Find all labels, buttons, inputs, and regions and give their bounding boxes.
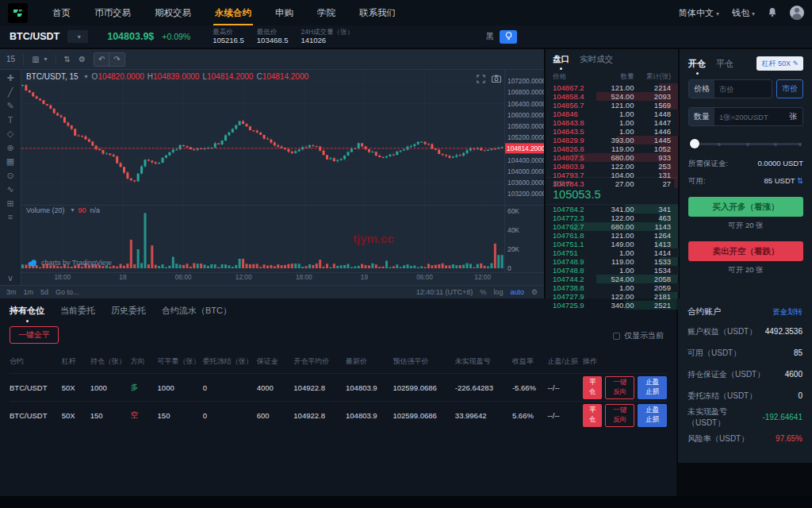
orderbook-tab[interactable]: 实时成交	[580, 54, 613, 65]
slider-thumb[interactable]	[690, 139, 699, 148]
orderbook-ask-row[interactable]: 104856.7121.001569	[546, 101, 678, 110]
candlestick-chart[interactable]: 107200.0000106800.0000106400.0000106000.…	[21, 70, 544, 285]
orderbook-ask-row[interactable]: 104843.81.001447	[546, 118, 678, 127]
range-5d[interactable]: 5d	[40, 288, 48, 296]
nav-item-options[interactable]: 期权交易	[143, 0, 203, 25]
fund-transfer-link[interactable]: 资金划转	[772, 307, 802, 318]
nav-item-contact[interactable]: 联系我们	[347, 0, 408, 25]
close-all-button[interactable]: 一键全平	[10, 326, 59, 344]
notification-bell-icon[interactable]	[768, 7, 777, 19]
reverse-position-button[interactable]: 一键反向	[605, 376, 634, 399]
orderbook-bid-row[interactable]: 104751.1149.001413	[546, 240, 678, 248]
clock[interactable]: 12:40:11 (UTC+8)	[416, 288, 473, 296]
collapse-tool-icon[interactable]: ∨	[7, 274, 13, 283]
slider-dot[interactable]	[718, 143, 721, 146]
wave-tool-icon[interactable]: ∿	[6, 185, 13, 194]
orderbook-bid-row[interactable]: 104748.9119.001533	[546, 257, 678, 266]
nav-item-perpetual[interactable]: 永续合约	[203, 0, 263, 25]
orderbook-ask-row[interactable]: 104793.7104.00131	[546, 171, 678, 179]
orderbook-ask-row[interactable]: 104784.327.0027	[546, 179, 678, 188]
nav-item-home[interactable]: 首页	[40, 0, 82, 25]
transfer-icon[interactable]: ⇅	[797, 176, 803, 185]
trendline-tool-icon[interactable]: ╱	[8, 88, 13, 97]
orderbook-ask-row[interactable]: 104803.9122.00253	[546, 162, 678, 171]
indicators-button[interactable]: ⇅	[64, 55, 71, 64]
pencil-tool-icon[interactable]: ✎	[6, 102, 13, 110]
positions-tab[interactable]: 持有仓位	[10, 305, 44, 317]
crosshair-tool-icon[interactable]: ✚	[6, 74, 13, 83]
positions-tab[interactable]: 合约流水（BTC）	[162, 305, 232, 317]
nav-item-subscribe[interactable]: 申购	[263, 0, 305, 25]
zoom-tool-icon[interactable]: ⊙	[6, 171, 13, 180]
checkbox-icon[interactable]	[613, 333, 620, 340]
price-input[interactable]	[714, 80, 772, 98]
reverse-position-button[interactable]: 一键反向	[605, 404, 634, 427]
only-current-toggle[interactable]: 仅显示当前	[613, 330, 664, 341]
volume-label[interactable]: Volume (20)	[26, 206, 65, 214]
orderbook-ask-row[interactable]: 1048461.001448	[546, 110, 678, 118]
trade-tab[interactable]: 平仓	[716, 58, 733, 70]
camera-icon[interactable]	[492, 75, 501, 83]
orderbook-bid-row[interactable]: 104772.3122.00463	[546, 214, 678, 222]
orderbook-ask-row[interactable]: 104826.8119.001052	[546, 144, 678, 153]
brand-logo-icon[interactable]	[8, 3, 28, 23]
trade-tab[interactable]: 开仓	[688, 58, 706, 70]
close-position-button[interactable]: 平仓	[583, 404, 602, 427]
redo-icon[interactable]: ↷	[109, 53, 124, 66]
sell-short-button[interactable]: 卖出开空（看跌）	[688, 241, 803, 261]
auto-scale-button[interactable]: auto	[510, 288, 524, 296]
measure-tool-icon[interactable]: ▦	[6, 157, 14, 166]
pair-selector[interactable]: ▾	[67, 30, 88, 43]
prediction-tool-icon[interactable]: ⊕	[6, 144, 13, 152]
slider-dot[interactable]	[799, 143, 802, 146]
close-position-button[interactable]: 平仓	[583, 376, 602, 399]
orderbook-ask-row[interactable]: 104843.51.001446	[546, 127, 678, 136]
plot-area[interactable]: 107200.0000106800.0000106400.0000106000.…	[21, 70, 544, 285]
chart-style-button[interactable]: ▥▾	[32, 55, 47, 64]
positions-tab[interactable]: 当前委托	[60, 305, 95, 317]
orderbook-bid-row[interactable]: 104738.81.002059	[546, 283, 678, 292]
orderbook-ask-row[interactable]: 104829.9393.001445	[546, 136, 678, 144]
amount-slider[interactable]	[690, 139, 802, 148]
user-avatar[interactable]	[790, 6, 804, 20]
interval-button[interactable]: 15	[6, 55, 15, 64]
lock-tool-icon[interactable]: ≡	[8, 213, 13, 221]
orderbook-bid-row[interactable]: 104784.2341.00341	[546, 205, 678, 214]
settings-gear-icon[interactable]: ⚙	[79, 55, 86, 64]
text-tool-icon[interactable]: T	[8, 116, 13, 125]
legend-symbol[interactable]: BTC/USDT, 15	[26, 72, 79, 81]
tpsl-button[interactable]: 止盈止损	[638, 376, 667, 399]
undo-icon[interactable]: ↶	[94, 53, 109, 66]
orderbook-ask-row[interactable]: 104807.5680.00933	[546, 153, 678, 162]
language-select[interactable]: 简体中文▾	[679, 7, 719, 19]
positions-tab[interactable]: 历史委托	[111, 305, 146, 317]
chevron-down-icon[interactable]: ▾	[85, 73, 88, 80]
orderbook-bid-row[interactable]: 104727.9122.002181	[546, 292, 678, 301]
wallet-menu[interactable]: 钱包▾	[732, 7, 755, 19]
slider-dot[interactable]	[746, 143, 749, 146]
orderbook-ask-row[interactable]: 104867.2121.002214	[546, 83, 678, 92]
magnet-tool-icon[interactable]: ⊞	[6, 199, 13, 208]
range-1m[interactable]: 1m	[24, 288, 34, 296]
orderbook-bid-row[interactable]: 104762.7680.001143	[546, 222, 678, 231]
tpsl-button[interactable]: 止盈止损	[638, 404, 667, 427]
axis-settings-gear-icon[interactable]: ⚙	[531, 288, 538, 296]
fullscreen-icon[interactable]	[477, 75, 485, 83]
orderbook-bid-row[interactable]: 104744.2524.002058	[546, 275, 678, 283]
pattern-tool-icon[interactable]: ◇	[7, 129, 13, 138]
nav-item-academy[interactable]: 学院	[305, 0, 347, 25]
log-scale-button[interactable]: log	[493, 288, 503, 296]
market-price-button[interactable]: 市价	[776, 79, 803, 98]
orderbook-bid-row[interactable]: 104748.81.001534	[546, 266, 678, 275]
quantity-input[interactable]	[714, 108, 783, 125]
leverage-button[interactable]: 杠杆 50X ✎	[756, 56, 803, 71]
percent-scale-button[interactable]: %	[480, 288, 486, 296]
goto-button[interactable]: Go to...	[56, 288, 79, 296]
nav-item-spot[interactable]: 币币交易	[82, 0, 143, 25]
theme-toggle-bulb-icon[interactable]	[500, 30, 517, 44]
orderbook-bid-row[interactable]: 1047511.001414	[546, 248, 678, 257]
orderbook-ask-row[interactable]: 104858.4524.002093	[546, 92, 678, 101]
range-3m[interactable]: 3m	[6, 288, 17, 296]
orderbook-tab[interactable]: 盘口	[553, 54, 569, 65]
orderbook-bid-row[interactable]: 104725.9340.002521	[546, 301, 678, 310]
